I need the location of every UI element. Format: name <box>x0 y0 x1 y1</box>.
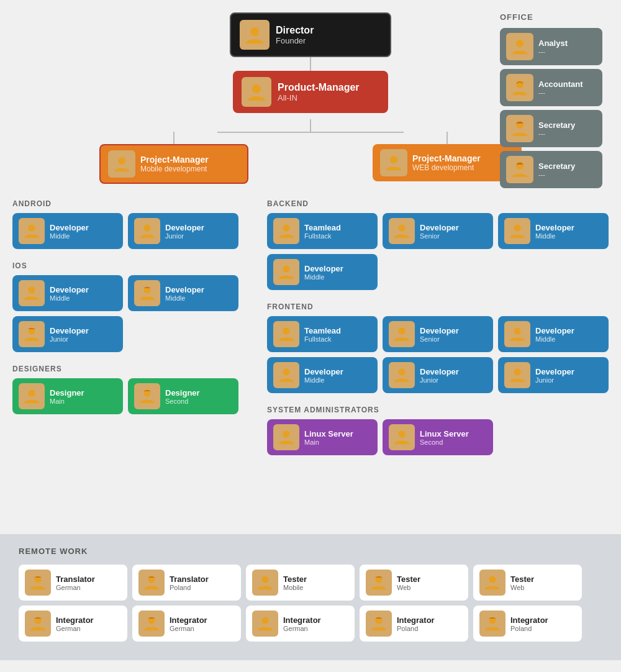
linux-server-second[interactable]: Linux ServerSecond <box>383 419 493 455</box>
ios-dev-junior[interactable]: DeveloperJunior <box>12 316 123 352</box>
avatar <box>19 218 45 244</box>
svg-point-21 <box>514 328 521 335</box>
avatar <box>389 218 415 244</box>
avatar <box>25 611 51 637</box>
svg-point-31 <box>489 576 496 583</box>
svg-point-13 <box>29 390 35 397</box>
org-chart-area: OFFICE Analyst--- Accountant--- <box>0 0 621 534</box>
avatar <box>252 611 278 637</box>
avatar <box>506 74 533 101</box>
designers-section: DESIGNERS DesignerMain Desig <box>12 365 255 414</box>
ios-label: IOS <box>12 261 255 270</box>
svg-point-15 <box>283 225 290 232</box>
ios-section: IOS DeveloperMiddle Develope <box>12 261 255 352</box>
svg-point-34 <box>262 617 269 624</box>
svg-point-5 <box>252 84 261 93</box>
sysadmin-section: SYSTEM ADMINISTRATORS Linux ServerMain <box>267 406 609 455</box>
linux-server-main[interactable]: Linux ServerMain <box>267 419 378 455</box>
project-manager-mobile-card[interactable]: Project-Manager Mobile development <box>99 144 248 184</box>
avatar <box>273 321 299 347</box>
svg-point-20 <box>399 328 406 335</box>
remote-cards-row2: IntegratorGerman IntegratorGerman Integr… <box>19 606 602 642</box>
avatar <box>138 570 165 596</box>
svg-point-26 <box>399 431 406 438</box>
integrator-german2[interactable]: IntegratorGerman <box>132 606 241 642</box>
backend-teamlead[interactable]: TeamleadFullstack <box>267 213 378 249</box>
avatar <box>108 150 135 178</box>
avatar <box>19 383 45 409</box>
tester-web1[interactable]: TesterWeb <box>360 565 468 601</box>
backend-dev-middle1[interactable]: DeveloperMiddle <box>498 213 609 249</box>
integrator-german1[interactable]: IntegratorGerman <box>19 606 127 642</box>
backend-dev-senior[interactable]: DeveloperSenior <box>383 213 493 249</box>
avatar <box>240 20 270 50</box>
designer-main[interactable]: DesignerMain <box>12 378 123 414</box>
avatar <box>504 218 530 244</box>
svg-point-24 <box>514 369 521 376</box>
office-card-accountant[interactable]: Accountant--- <box>500 69 602 106</box>
office-card-secretary2[interactable]: Secretary--- <box>500 151 602 188</box>
frontend-dev-senior[interactable]: DeveloperSenior <box>383 316 493 352</box>
office-panel: OFFICE Analyst--- Accountant--- <box>500 12 609 188</box>
avatar <box>25 570 51 596</box>
avatar <box>504 321 530 347</box>
avatar <box>252 570 278 596</box>
branch-lines <box>12 119 609 132</box>
frontend-dev-junior2[interactable]: DeveloperJunior <box>498 357 609 393</box>
svg-point-16 <box>399 225 406 232</box>
project-manager-web-card[interactable]: Project-Manager WEB development <box>373 144 522 181</box>
frontend-dev-junior1[interactable]: DeveloperJunior <box>383 357 493 393</box>
remote-work-section: REMOTE WORK TranslatorGerman TranslatorP… <box>0 534 621 660</box>
integrator-german3[interactable]: IntegratorGerman <box>246 606 355 642</box>
avatar <box>506 33 533 60</box>
svg-point-8 <box>29 225 35 232</box>
avatar <box>389 321 415 347</box>
avatar <box>479 570 505 596</box>
frontend-dev-middle1[interactable]: DeveloperMiddle <box>498 316 609 352</box>
integrator-poland2[interactable]: IntegratorPoland <box>473 606 582 642</box>
svg-point-6 <box>118 157 125 165</box>
svg-point-9 <box>144 225 151 232</box>
integrator-poland1[interactable]: IntegratorPoland <box>360 606 468 642</box>
backend-section: BACKEND TeamleadFullstack De <box>267 199 609 290</box>
ios-dev-middle2[interactable]: DeveloperMiddle <box>128 275 238 311</box>
avatar <box>380 149 407 176</box>
svg-point-29 <box>262 576 269 583</box>
app-root: OFFICE Analyst--- Accountant--- <box>0 0 621 660</box>
avatar <box>134 280 160 306</box>
android-dev-junior[interactable]: DeveloperJunior <box>128 213 238 249</box>
frontend-dev-middle2[interactable]: DeveloperMiddle <box>267 357 378 393</box>
android-label: ANDROID <box>12 199 255 208</box>
android-section: ANDROID DeveloperMiddle Deve <box>12 199 255 249</box>
avatar <box>389 362 415 388</box>
tester-web2[interactable]: TesterWeb <box>473 565 582 601</box>
office-cards-list: Analyst--- Accountant--- Secretary--- <box>500 28 609 188</box>
director-card[interactable]: Director Founder <box>230 12 391 57</box>
avatar <box>242 77 271 107</box>
avatar <box>273 259 299 285</box>
backend-label: BACKEND <box>267 199 609 208</box>
avatar <box>504 362 530 388</box>
remote-cards-row1: TranslatorGerman TranslatorPoland Tester… <box>19 565 602 601</box>
svg-point-4 <box>250 27 259 36</box>
office-label: OFFICE <box>500 12 609 22</box>
translator-german[interactable]: TranslatorGerman <box>19 565 127 601</box>
remote-label: REMOTE WORK <box>19 547 602 556</box>
frontend-teamlead[interactable]: TeamleadFullstack <box>267 316 378 352</box>
translator-poland[interactable]: TranslatorPoland <box>132 565 241 601</box>
frontend-section: FRONTEND TeamleadFullstack D <box>267 302 609 393</box>
android-dev-middle[interactable]: DeveloperMiddle <box>12 213 123 249</box>
product-manager-card[interactable]: Product-Manager All-IN <box>233 71 388 113</box>
avatar <box>134 218 160 244</box>
tester-mobile[interactable]: TesterMobile <box>246 565 355 601</box>
ios-dev-middle1[interactable]: DeveloperMiddle <box>12 275 123 311</box>
backend-dev-middle2[interactable]: DeveloperMiddle <box>267 254 378 290</box>
right-column: BACKEND TeamleadFullstack De <box>267 199 609 468</box>
avatar <box>273 424 299 450</box>
svg-point-19 <box>283 328 290 335</box>
avatar <box>19 321 45 347</box>
avatar <box>19 280 45 306</box>
avatar <box>366 570 392 596</box>
office-card-analyst[interactable]: Analyst--- <box>500 28 602 65</box>
designer-second[interactable]: DesignerSecond <box>128 378 238 414</box>
